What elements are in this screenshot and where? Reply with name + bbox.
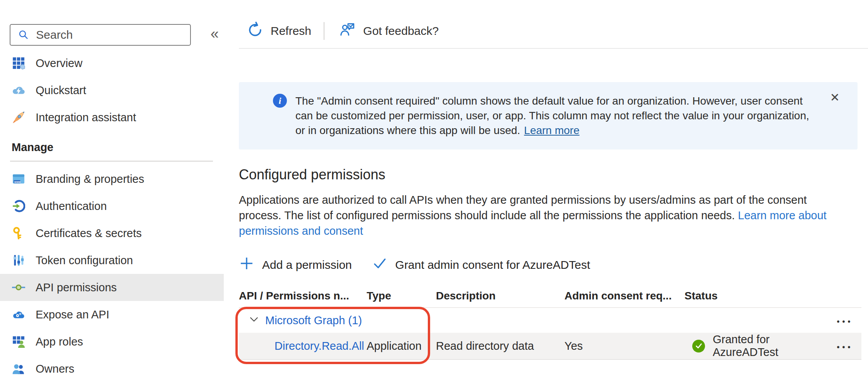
chevron-down-icon[interactable] (248, 313, 260, 328)
table-header-row: API / Permissions n... Type Description … (239, 285, 861, 308)
table-row-directory-read-all: Directory.Read.All Application Read dire… (239, 333, 861, 360)
banner-text: The "Admin consent required" column show… (295, 94, 811, 138)
main-content: Refresh Got feedback? i The "Admin conse… (239, 0, 868, 392)
sidebar-item-label: Overview (36, 57, 82, 70)
sidebar-item-label: Expose an API (36, 308, 109, 321)
sidebar-nav: Overview Quickstart Integ (0, 50, 224, 382)
ellipsis-menu-icon[interactable]: ••• (837, 317, 853, 326)
plus-icon (239, 256, 254, 274)
svg-text:www: www (14, 181, 21, 183)
sidebar-item-integration-assistant[interactable]: Integration assistant (0, 104, 224, 131)
quickstart-icon (12, 83, 26, 97)
column-header-type: Type (367, 290, 436, 302)
sidebar-item-api-permissions[interactable]: API permissions (0, 274, 224, 301)
column-header-api-permissions-name: API / Permissions n... (239, 290, 367, 302)
sidebar-item-owners[interactable]: Owners (0, 355, 224, 382)
directory-read-all-link[interactable]: Directory.Read.All (274, 340, 364, 352)
sidebar-item-authentication[interactable]: Authentication (0, 193, 224, 220)
column-header-admin-consent-required: Admin consent req... (564, 290, 684, 302)
permission-type-cell: Application (367, 340, 436, 352)
sidebar-item-label: Branding & properties (36, 173, 144, 186)
check-icon (372, 256, 388, 274)
permission-name-cell: Directory.Read.All (239, 340, 367, 352)
sidebar-item-app-roles[interactable]: App roles (0, 328, 224, 355)
table-actions: Add a permission Grant admin consent for… (239, 256, 868, 274)
sidebar-item-label: Token configuration (36, 254, 133, 267)
column-header-description: Description (436, 290, 564, 302)
sidebar-item-label: Authentication (36, 200, 107, 213)
ellipsis-menu-icon[interactable]: ••• (837, 343, 853, 352)
table-row-group-microsoft-graph: Microsoft Graph (1) ••• (239, 308, 861, 333)
sidebar-item-branding[interactable]: www Branding & properties (0, 165, 224, 193)
column-header-status: Status (684, 290, 829, 302)
refresh-icon (247, 21, 264, 41)
permissions-table: API / Permissions n... Type Description … (239, 285, 861, 360)
sliders-icon (12, 253, 26, 267)
add-permission-button[interactable]: Add a permission (239, 256, 352, 274)
info-icon: i (273, 94, 287, 108)
sidebar-item-label: API permissions (36, 281, 117, 294)
sidebar-item-token-configuration[interactable]: Token configuration (0, 247, 224, 274)
refresh-label: Refresh (271, 24, 311, 38)
close-icon[interactable]: ✕ (830, 91, 840, 104)
group-name-cell: Microsoft Graph (1) (239, 313, 829, 328)
sidebar-item-label: Owners (36, 363, 74, 375)
app-roles-icon (12, 335, 26, 349)
sidebar-item-expose-an-api[interactable]: Expose an API (0, 301, 224, 328)
command-bar: Refresh Got feedback? (239, 0, 868, 49)
got-feedback-button[interactable]: Got feedback? (331, 21, 444, 41)
section-heading: Configured permissions (239, 167, 868, 183)
grant-admin-consent-button[interactable]: Grant admin consent for AzureADTest (372, 256, 590, 274)
search-box[interactable] (10, 24, 191, 46)
cloud-gears-icon (12, 308, 26, 322)
microsoft-graph-link[interactable]: Microsoft Graph (1) (265, 314, 362, 327)
rocket-icon (12, 110, 26, 124)
permission-admin-consent-cell: Yes (564, 340, 684, 352)
sidebar-item-quickstart[interactable]: Quickstart (0, 77, 224, 104)
sidebar-search-row: « (10, 24, 219, 46)
refresh-button[interactable]: Refresh (239, 21, 317, 41)
status-text: Granted for AzureADTest (713, 333, 829, 359)
grant-admin-consent-label: Grant admin consent for AzureADTest (395, 258, 590, 272)
sidebar-divider (10, 161, 213, 162)
description-text: Applications are authorized to call APIs… (239, 194, 807, 222)
feedback-icon (339, 21, 356, 41)
toolbar-divider (324, 22, 324, 40)
permission-row-menu-cell: ••• (829, 340, 861, 352)
sidebar: « Overview (0, 0, 224, 392)
granted-check-icon (692, 340, 705, 352)
permission-status-cell: Granted for AzureADTest (684, 333, 829, 359)
authentication-icon (12, 199, 26, 213)
key-icon (12, 226, 26, 240)
owners-icon (12, 362, 26, 376)
sidebar-item-label: Quickstart (36, 84, 86, 97)
overview-icon (12, 56, 26, 70)
api-permissions-icon (12, 280, 26, 294)
sidebar-item-label: Certificates & secrets (36, 227, 142, 240)
sidebar-section-manage: Manage (0, 131, 224, 158)
collapse-sidebar-button[interactable]: « (211, 26, 219, 42)
group-row-menu-cell: ••• (829, 314, 861, 327)
sidebar-item-overview[interactable]: Overview (0, 50, 224, 77)
sidebar-item-certificates-secrets[interactable]: Certificates & secrets (0, 220, 224, 247)
search-input[interactable] (36, 28, 190, 41)
search-icon (17, 28, 31, 42)
branding-icon: www (12, 172, 26, 186)
feedback-label: Got feedback? (363, 24, 439, 38)
learn-more-link[interactable]: Learn more (524, 124, 580, 136)
info-banner: i The "Admin consent required" column sh… (239, 82, 858, 150)
add-permission-label: Add a permission (262, 258, 352, 272)
sidebar-item-label: App roles (36, 335, 83, 348)
section-description: Applications are authorized to call APIs… (239, 192, 843, 239)
permission-description-cell: Read directory data (436, 340, 564, 352)
sidebar-item-label: Integration assistant (36, 111, 136, 124)
